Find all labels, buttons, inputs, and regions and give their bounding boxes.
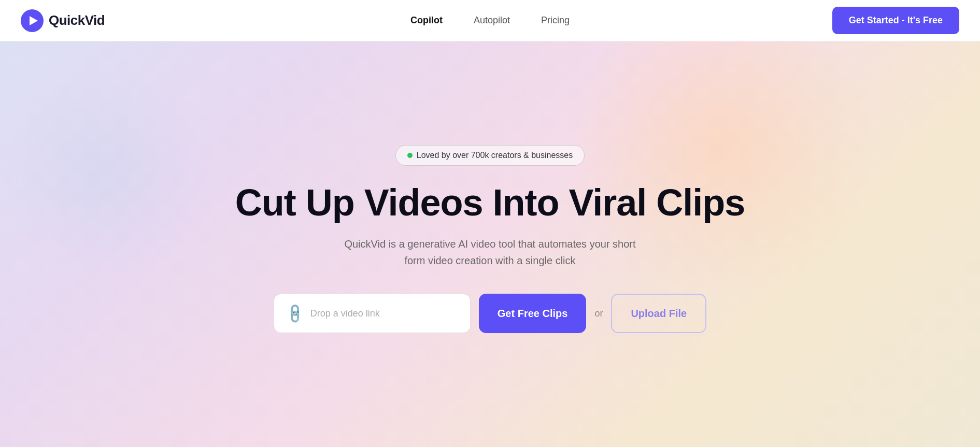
green-dot-icon [407,153,413,158]
or-separator: or [594,308,603,319]
video-url-input[interactable] [310,308,458,319]
hero-subtitle: QuickVid is a generative AI video tool t… [335,236,646,269]
nav-pricing[interactable]: Pricing [541,15,570,26]
social-proof-badge: Loved by over 700k creators & businesses [395,145,585,166]
loved-badge-text: Loved by over 700k creators & businesses [417,151,573,160]
logo-text: QuickVid [49,12,105,28]
get-started-button[interactable]: Get Started - It's Free [832,7,959,34]
link-icon: 🔗 [283,302,307,325]
logo[interactable]: QuickVid [21,9,105,32]
upload-file-button[interactable]: Upload File [611,294,706,333]
get-free-clips-button[interactable]: Get Free Clips [479,294,587,333]
cta-input-row: 🔗 Get Free Clips or Upload File [274,294,706,333]
url-input-wrapper: 🔗 [274,294,471,333]
nav-copilot[interactable]: Copilot [410,15,443,26]
main-nav: Copilot Autopilot Pricing [410,15,570,26]
nav-autopilot[interactable]: Autopilot [474,15,510,26]
hero-section: Loved by over 700k creators & businesses… [0,41,980,447]
logo-icon [21,9,44,32]
header: QuickVid Copilot Autopilot Pricing Get S… [0,0,980,41]
hero-title: Cut Up Videos Into Viral Clips [235,182,745,223]
